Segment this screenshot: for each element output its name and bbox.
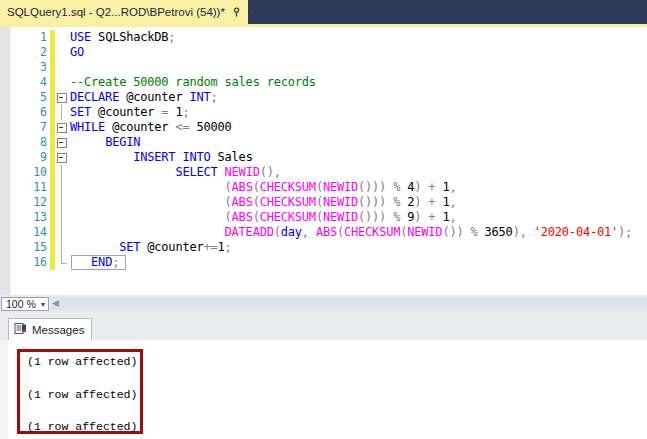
- code-text[interactable]: SET @counter = 1;: [70, 105, 189, 120]
- code-text[interactable]: (ABS(CHECKSUM(NEWID())) % 9) + 1,: [70, 210, 456, 225]
- token-op: );: [618, 225, 632, 239]
- token-fn: DATEADD: [225, 225, 274, 239]
- token-op: (: [253, 210, 260, 224]
- token-pl: [70, 225, 225, 239]
- code-text[interactable]: SET @counter+=1;: [70, 240, 232, 255]
- code-text[interactable]: --Create 50000 random sales records: [70, 75, 316, 90]
- code-line[interactable]: 15 SET @counter+=1;: [10, 240, 647, 255]
- code-line[interactable]: 16 END;: [10, 255, 647, 270]
- code-line[interactable]: 2GO: [10, 45, 647, 60]
- token-op: (),: [260, 165, 281, 179]
- line-number[interactable]: 4: [10, 75, 50, 90]
- outline-margin: [55, 165, 70, 180]
- line-number[interactable]: 12: [10, 195, 50, 210]
- token-pl: Sales: [211, 150, 253, 164]
- scroll-left-icon[interactable]: ◀: [52, 297, 59, 310]
- token-fn: NEWID: [407, 225, 442, 239]
- token-pl: [309, 225, 316, 239]
- code-text[interactable]: SELECT NEWID(),: [70, 165, 281, 180]
- line-number[interactable]: 9: [10, 150, 50, 165]
- line-number[interactable]: 8: [10, 135, 50, 150]
- code-line[interactable]: 3: [10, 60, 647, 75]
- sql-editor[interactable]: 1USE SQLShackDB;2GO34--Create 50000 rand…: [0, 27, 647, 295]
- token-pl: 50000: [189, 120, 231, 134]
- token-op: ;: [225, 240, 232, 254]
- line-number[interactable]: 6: [10, 105, 50, 120]
- code-line[interactable]: 12 (ABS(CHECKSUM(NEWID())) % 2) + 1,: [10, 195, 647, 210]
- code-text[interactable]: (ABS(CHECKSUM(NEWID())) % 4) + 1,: [70, 180, 456, 195]
- code-line[interactable]: 9 INSERT INTO Sales: [10, 150, 647, 165]
- token-fn: CHECKSUM: [344, 225, 400, 239]
- token-pl: @counter: [140, 240, 203, 254]
- line-number[interactable]: 10: [10, 165, 50, 180]
- code-text[interactable]: USE SQLShackDB;: [70, 30, 175, 45]
- collapse-toggle-icon[interactable]: [55, 150, 70, 165]
- code-line[interactable]: 14 DATEADD(day, ABS(CHECKSUM(NEWID()) % …: [10, 225, 647, 240]
- close-icon[interactable]: [248, 5, 257, 19]
- code-text[interactable]: WHILE @counter <= 50000: [70, 120, 232, 135]
- token-kw: SET: [119, 240, 140, 254]
- line-number[interactable]: 1: [10, 30, 50, 45]
- code-text[interactable]: (ABS(CHECKSUM(NEWID())) % 2) + 1,: [70, 195, 456, 210]
- token-op: (: [337, 225, 344, 239]
- editor-bottom-strip: 100 % ▾ ◀: [0, 295, 647, 312]
- token-pl: [70, 180, 225, 194]
- code-line[interactable]: 11 (ABS(CHECKSUM(NEWID())) % 4) + 1,: [10, 180, 647, 195]
- line-number[interactable]: 13: [10, 210, 50, 225]
- token-pl: 3650: [478, 225, 513, 239]
- token-op: ;: [182, 105, 189, 119]
- code-line[interactable]: 4--Create 50000 random sales records: [10, 75, 647, 90]
- line-number[interactable]: 7: [10, 120, 50, 135]
- tab-sqlquery1[interactable]: SQLQuery1.sql - Q2...ROD\BPetrovi (54))*: [0, 0, 248, 24]
- line-number[interactable]: 3: [10, 60, 50, 75]
- message-line: (1 row affected): [27, 420, 137, 433]
- code-text[interactable]: END;: [70, 255, 119, 270]
- tab-messages[interactable]: Messages: [8, 318, 92, 340]
- line-number[interactable]: 2: [10, 45, 50, 60]
- token-pl: [70, 210, 225, 224]
- code-line[interactable]: 1USE SQLShackDB;: [10, 30, 647, 45]
- line-number[interactable]: 16: [10, 255, 50, 270]
- token-op: ,: [449, 195, 456, 209]
- code-lines: 1USE SQLShackDB;2GO34--Create 50000 rand…: [10, 30, 647, 270]
- outline-margin: [55, 240, 70, 255]
- line-number[interactable]: 14: [10, 225, 50, 240]
- messages-content[interactable]: (1 row affected)(1 row affected)(1 row a…: [0, 340, 647, 439]
- code-text[interactable]: DECLARE @counter INT;: [70, 90, 218, 105]
- collapse-toggle-icon[interactable]: [55, 135, 70, 150]
- code-text[interactable]: BEGIN: [70, 135, 140, 150]
- code-line[interactable]: 10 SELECT NEWID(),: [10, 165, 647, 180]
- token-fn: ABS: [232, 195, 253, 209]
- token-pl: [70, 135, 105, 149]
- outline-margin: [55, 180, 70, 195]
- token-op: ,: [449, 210, 456, 224]
- pin-icon[interactable]: [231, 5, 242, 19]
- code-line[interactable]: 13 (ABS(CHECKSUM(NEWID())) % 9) + 1,: [10, 210, 647, 225]
- token-op: ()): [442, 225, 463, 239]
- line-number[interactable]: 5: [10, 90, 50, 105]
- horizontal-scrollbar[interactable]: ◀: [50, 297, 647, 310]
- code-line[interactable]: 8 BEGIN: [10, 135, 647, 150]
- zoom-dropdown[interactable]: 100 % ▾: [1, 297, 49, 311]
- collapse-toggle-icon[interactable]: [55, 120, 70, 135]
- chevron-down-icon: ▾: [41, 300, 48, 309]
- token-kw: SET: [70, 105, 91, 119]
- token-pl: 1: [435, 210, 449, 224]
- code-line[interactable]: 6SET @counter = 1;: [10, 105, 647, 120]
- code-text[interactable]: DATEADD(day, ABS(CHECKSUM(NEWID()) % 365…: [70, 225, 632, 240]
- collapse-toggle-icon[interactable]: [55, 90, 70, 105]
- token-kw: INT: [189, 90, 210, 104]
- token-pl: 1: [218, 240, 225, 254]
- token-pl: @counter: [119, 90, 189, 104]
- line-number[interactable]: 11: [10, 180, 50, 195]
- line-number[interactable]: 15: [10, 240, 50, 255]
- code-text[interactable]: INSERT INTO Sales: [70, 150, 253, 165]
- code-text[interactable]: GO: [70, 45, 84, 60]
- token-kw: INSERT INTO: [133, 150, 210, 164]
- outline-margin: [55, 45, 70, 60]
- token-pl: [527, 225, 534, 239]
- token-pl: 1: [168, 105, 182, 119]
- code-line[interactable]: 7WHILE @counter <= 50000: [10, 120, 647, 135]
- token-st: '2020-04-01': [534, 225, 618, 239]
- code-line[interactable]: 5DECLARE @counter INT;: [10, 90, 647, 105]
